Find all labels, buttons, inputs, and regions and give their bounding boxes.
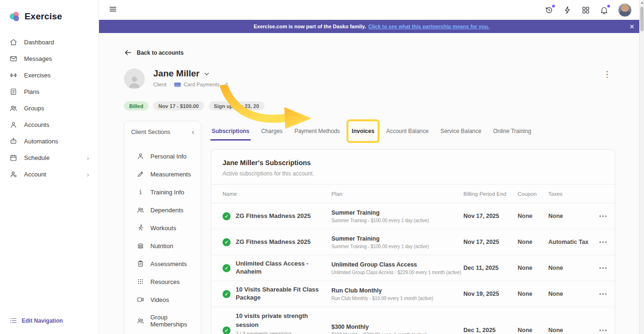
subscription-name: 10 visits private strength session	[236, 312, 308, 328]
coupon-value: None	[518, 209, 548, 224]
brand-logo[interactable]: Exercise	[0, 0, 99, 30]
burger-icon	[137, 242, 144, 250]
sidebar-item-groups[interactable]: Groups	[0, 100, 99, 117]
row-actions-button[interactable]	[599, 238, 608, 246]
calendar-icon	[9, 154, 17, 162]
sidebar-item-schedule[interactable]: Schedule	[0, 150, 99, 166]
tab-invoices[interactable]: Invoices	[352, 128, 374, 134]
client-sections-panel: Client Sections Personal Info Measuremen…	[124, 121, 201, 334]
list-icon	[9, 317, 17, 325]
coupon-value: None	[518, 260, 548, 276]
billing-period-end: Dec 1, 2025	[463, 323, 518, 334]
billing-badge: Nov 17 - $100.00	[153, 101, 204, 110]
scroll-up-arrow[interactable]	[641, 1, 644, 4]
client-sections-title: Client Sections	[131, 129, 170, 135]
mail-icon	[9, 55, 17, 63]
user-avatar[interactable]	[618, 3, 632, 17]
edit-navigation-button[interactable]: Edit Navigation	[0, 310, 99, 334]
table-header: Name Plan Billing Period End Coupon Taxe…	[211, 184, 615, 203]
notification-dot	[552, 5, 555, 8]
section-item-group-memberships[interactable]: Group Memberships	[137, 309, 201, 333]
hamburger-menu-icon[interactable]	[108, 5, 117, 16]
sidebar-item-plans[interactable]: Plans	[0, 84, 99, 100]
runner-icon	[137, 224, 144, 232]
tab-service-balance[interactable]: Service Balance	[440, 128, 481, 134]
history-icon[interactable]	[545, 6, 553, 15]
section-item-assessments[interactable]: Assessments	[137, 255, 201, 273]
tab-charges[interactable]: Charges	[261, 128, 282, 134]
topbar	[99, 0, 644, 20]
pencil-icon[interactable]	[223, 81, 229, 88]
section-item-workouts[interactable]: Workouts	[137, 219, 201, 237]
clipboard-icon	[137, 260, 144, 267]
page-scrollbar[interactable]	[639, 0, 644, 334]
app-window: Exercise Dashboard Messages Exercises P	[0, 0, 644, 334]
active-check-icon	[223, 290, 231, 298]
plan-detail: Unlimited Group Class Access - $229.00 e…	[331, 270, 460, 275]
sidebar-item-dashboard[interactable]: Dashboard	[0, 34, 99, 50]
subscriptions-title: Jane Miller's Subscriptions	[223, 159, 603, 167]
sidebar-item-label: Messages	[24, 55, 52, 62]
table-row: 10 visits private strength session 2 / 3…	[211, 307, 615, 334]
subscription-name: ZG Fitness Madness 2025	[236, 212, 311, 220]
edit-navigation-label: Edit Navigation	[22, 317, 63, 324]
collapse-panel-icon[interactable]	[192, 128, 194, 136]
section-item-label: Assessments	[150, 260, 187, 267]
banner-link[interactable]: Click to see what this partnership means…	[368, 24, 489, 29]
chevron-down-icon[interactable]	[203, 70, 210, 77]
sidebar-item-accounts[interactable]: Accounts	[0, 117, 99, 133]
client-tabs: Subscriptions Charges Payment Methods In…	[211, 121, 615, 143]
section-item-resources[interactable]: Resources	[137, 273, 201, 291]
dots-grid-icon	[137, 278, 144, 285]
row-actions-button[interactable]	[599, 326, 608, 334]
sidebar-item-exercises[interactable]: Exercises	[0, 67, 99, 84]
subscriptions-card: Jane Miller's Subscriptions Active subsc…	[211, 149, 615, 334]
coupon-value: None	[518, 323, 548, 334]
tab-payment-methods[interactable]: Payment Methods	[294, 128, 340, 134]
row-actions-button[interactable]	[599, 290, 608, 298]
row-actions-button[interactable]	[599, 212, 608, 220]
people-icon	[137, 206, 144, 214]
client-name: Jane Miller	[153, 68, 199, 79]
sidebar-item-label: Exercises	[24, 72, 50, 79]
tab-account-balance[interactable]: Account Balance	[386, 128, 429, 134]
sidebar-item-automations[interactable]: Automations	[0, 133, 99, 150]
section-item-personal-info[interactable]: Personal Info	[137, 147, 201, 165]
back-to-accounts-link[interactable]: Back to accounts	[124, 49, 183, 57]
info-icon	[137, 188, 144, 196]
client-role: Client	[153, 82, 166, 87]
active-check-icon	[223, 238, 231, 246]
sidebar-item-account[interactable]: Account	[0, 166, 99, 183]
bell-icon[interactable]	[600, 6, 609, 15]
pen-icon	[137, 170, 144, 178]
section-item-training-info[interactable]: Training Info	[137, 183, 201, 201]
billing-period-end: Dec 11, 2025	[463, 260, 518, 276]
section-item-nutrition[interactable]: Nutrition	[137, 237, 201, 255]
apps-grid-icon[interactable]	[581, 6, 590, 15]
dot-separator: ·	[169, 82, 171, 87]
tab-subscriptions[interactable]: Subscriptions	[212, 128, 249, 134]
section-item-videos[interactable]: Videos	[137, 291, 201, 309]
billing-period-end: Nov 19, 2025	[463, 286, 518, 301]
client-actions-menu-button[interactable]	[601, 68, 613, 80]
credit-card-icon	[174, 82, 181, 87]
lightning-icon[interactable]	[563, 6, 572, 15]
scrollbar-thumb[interactable]	[640, 7, 644, 31]
section-item-dependents[interactable]: Dependents	[137, 201, 201, 219]
sidebar-item-messages[interactable]: Messages	[0, 50, 99, 67]
chevron-right-icon	[87, 155, 89, 161]
close-icon[interactable]: ✕	[629, 23, 635, 30]
section-item-label: Nutrition	[150, 242, 173, 250]
section-item-measurements[interactable]: Measurements	[137, 165, 201, 183]
banner-text: Exercise.com is now part of the Dasko fa…	[254, 24, 366, 29]
tab-online-training[interactable]: Online Training	[493, 128, 531, 134]
section-item-label: Training Info	[150, 189, 184, 196]
sidebar-item-label: Account	[24, 171, 46, 178]
active-check-icon	[223, 326, 231, 334]
section-item-label: Workouts	[150, 225, 176, 232]
arrow-left-icon	[124, 49, 132, 57]
row-actions-button[interactable]	[599, 264, 608, 272]
column-header-billing: Billing Period End	[463, 184, 518, 203]
section-item-label: Resources	[150, 278, 180, 285]
back-label: Back to accounts	[137, 50, 183, 56]
